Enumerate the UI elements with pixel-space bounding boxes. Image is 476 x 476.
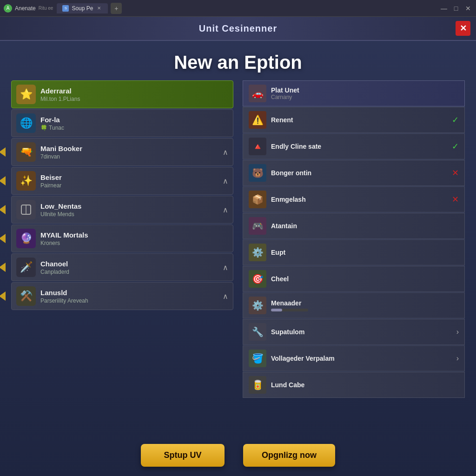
unit-name-6: MYAIL Mortals [40, 231, 228, 239]
right-header-icon: 🚗 [249, 85, 266, 102]
right-item-cheel[interactable]: 🎯 Cheel [243, 266, 465, 292]
right-status-r2: ✓ [452, 141, 459, 152]
expand-icon-8: ∧ [223, 292, 228, 301]
right-item-menaader[interactable]: ⚙️ Menaader [243, 292, 465, 318]
app-sub: Ritu ee [39, 6, 53, 11]
arrow-icon-3 [0, 147, 6, 157]
left-item-wrapper-7: 🗡️ Chanoel Canpladerd ∧ [11, 253, 233, 281]
unit-name-7: Chanoel [40, 260, 218, 268]
progress-fill-r8 [271, 309, 282, 311]
right-icon-atantain: 🎮 [249, 217, 266, 235]
right-name-r2: Endly Cline sate [271, 143, 447, 150]
left-item-wrapper-2: 🌐 For-la 🍀 Tunac [11, 109, 233, 137]
right-item-supatulom[interactable]: 🔧 Supatulom › [243, 319, 465, 345]
app-name: Anenate [15, 5, 36, 12]
unit-info-1: Aderraral Mil.ton 1.PLians [40, 87, 228, 102]
right-status-r1: ✓ [452, 115, 459, 125]
unit-item-lanusld[interactable]: ⚒️ Lanusld Parseriility Areveah ∧ [11, 282, 233, 310]
organize-button[interactable]: Opgnlizg now [243, 444, 335, 467]
right-header-item[interactable]: 🚗 Plat Unet Carnany [243, 80, 465, 106]
unit-info-6: MYAIL Mortals Kroners [40, 231, 228, 246]
left-arrow-3 [0, 147, 6, 157]
right-info-r6: Eupt [271, 249, 459, 256]
page-title-area: New an Eption [0, 41, 476, 80]
right-info-r8: Menaader [271, 299, 459, 311]
expand-icon-3: ∧ [223, 148, 228, 157]
unit-info-8: Lanusld Parseriility Areveah [40, 289, 218, 304]
unit-icon-beiser: ✨ [16, 171, 36, 191]
content-area: ⭐ Aderraral Mil.ton 1.PLians 🌐 For-la 🍀 … [0, 80, 476, 433]
unit-name-2: For-la [40, 116, 228, 124]
browser-tab[interactable]: S Soup Pe ✕ [57, 3, 108, 13]
left-panel: ⭐ Aderraral Mil.ton 1.PLians 🌐 For-la 🍀 … [11, 80, 233, 433]
right-panel: 🚗 Plat Unet Carnany ⚠️ Renent ✓ 🔺 Endly … [243, 80, 465, 433]
window-controls: — □ ✕ [440, 4, 472, 13]
right-name-r5: Atantain [271, 222, 459, 230]
setup-button[interactable]: Sptup UV [141, 444, 225, 467]
tab-close-button[interactable]: ✕ [96, 5, 102, 12]
main-window: Unit Cesinenner ✕ New an Eption ⭐ Aderra… [0, 17, 476, 476]
unit-icon-lanusld: ⚒️ [16, 286, 36, 306]
left-arrow-7 [0, 263, 6, 272]
expand-icon-5: ∧ [223, 205, 228, 214]
left-item-wrapper-6: 🔮 MYAIL Mortals Kroners [11, 225, 233, 252]
minimize-button[interactable]: — [440, 4, 448, 13]
right-item-atantain[interactable]: 🎮 Atantain [243, 213, 465, 239]
dialog-header: Unit Cesinenner ✕ [0, 17, 476, 41]
unit-info-4: Beiser Pairnear [40, 173, 218, 189]
right-item-enmgelash[interactable]: 📦 Enmgelash ✕ [243, 186, 465, 212]
right-status-r4: ✕ [452, 194, 459, 205]
right-name-r7: Cheel [271, 275, 459, 283]
unit-name-5: Low_Nentas [40, 202, 218, 210]
left-arrow-8 [0, 291, 6, 301]
unit-icon-mani: 🔫 [16, 142, 36, 162]
right-icon-supatulom: 🔧 [249, 323, 266, 341]
maximize-button[interactable]: □ [452, 4, 460, 13]
bottom-area: Sptup UV Opgnlizg now [0, 433, 476, 476]
left-arrow-5 [0, 205, 6, 214]
right-header-name: Plat Unet [271, 86, 459, 94]
unit-item-chanoel[interactable]: 🗡️ Chanoel Canpladerd ∧ [11, 253, 233, 281]
right-item-renent[interactable]: ⚠️ Renent ✓ [243, 107, 465, 133]
unit-item-myail[interactable]: 🔮 MYAIL Mortals Kroners [11, 225, 233, 252]
unit-item-beiser[interactable]: ✨ Beiser Pairnear ∧ [11, 167, 233, 195]
left-item-wrapper-3: 🔫 Mani Booker 7dinvan ∧ [11, 138, 233, 166]
arrow-icon-8 [0, 291, 6, 301]
right-name-r1: Renent [271, 116, 447, 124]
right-item-endly[interactable]: 🔺 Endly Cline sate ✓ [243, 133, 465, 159]
right-item-eupt[interactable]: ⚙️ Eupt [243, 239, 465, 265]
left-arrow-6 [0, 234, 6, 243]
unit-icon-chanoel: 🗡️ [16, 258, 36, 277]
right-name-r6: Eupt [271, 249, 459, 256]
right-info-r2: Endly Cline sate [271, 143, 447, 150]
unit-item-aderraral[interactable]: ⭐ Aderraral Mil.ton 1.PLians [11, 80, 233, 108]
unit-sub-1: Mil.ton 1.PLians [40, 96, 228, 102]
unit-icon-myail: 🔮 [16, 229, 36, 248]
unit-item-mani[interactable]: 🔫 Mani Booker 7dinvan ∧ [11, 138, 233, 166]
left-item-wrapper-4: ✨ Beiser Pairnear ∧ [11, 167, 233, 195]
right-status-r3: ✕ [452, 168, 459, 178]
unit-item-low[interactable]: Low_Nentas Ullnite Mends ∧ [11, 196, 233, 224]
arrow-icon-5 [0, 205, 6, 214]
dialog-close-button[interactable]: ✕ [456, 21, 470, 36]
right-icon-menaader: ⚙️ [249, 297, 266, 314]
right-icon-endly: 🔺 [249, 138, 266, 155]
unit-name-4: Beiser [40, 173, 218, 181]
unit-sub-3: 7dinvan [40, 153, 218, 160]
tab-label: Soup Pe [72, 5, 93, 12]
right-item-bonger[interactable]: 🐻 Bonger ontin ✕ [243, 160, 465, 186]
right-header-info: Plat Unet Carnany [271, 86, 459, 100]
new-tab-button[interactable]: + [111, 3, 122, 14]
close-window-button[interactable]: ✕ [464, 4, 472, 13]
unit-icon-aderraral: ⭐ [16, 85, 36, 104]
right-name-r4: Enmgelash [271, 196, 447, 203]
unit-info-3: Mani Booker 7dinvan [40, 145, 218, 160]
right-info-r11: Lund Cabe [271, 381, 459, 389]
arrow-icon-4 [0, 176, 6, 185]
right-item-lund[interactable]: 🥫 Lund Cabe [243, 372, 465, 398]
unit-item-forla[interactable]: 🌐 For-la 🍀 Tunac [11, 109, 233, 137]
tab-icon: S [62, 5, 69, 12]
right-item-vollageder[interactable]: 🪣 Vollageder Verpalam › [243, 345, 465, 371]
unit-sub-8: Parseriility Areveah [40, 298, 218, 304]
right-info-r7: Cheel [271, 275, 459, 283]
